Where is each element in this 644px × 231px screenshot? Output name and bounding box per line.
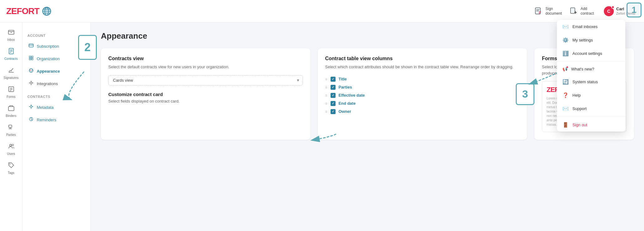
contracts-view-title: Contracts view [108,56,303,61]
organization-icon [29,55,34,62]
column-effective-date-label: Effective date [339,93,365,98]
system-status-icon: 🔄 [562,79,569,85]
column-item-parties: ≡ ✓ Parties [325,83,520,91]
secondary-sidebar: ACCOUNT Subscription Organization Appear… [22,22,91,231]
subscription-icon [29,43,34,49]
email-inboxes-icon: ✉️ [562,24,569,30]
sidebar-item-reminders[interactable]: Reminders [22,113,91,126]
my-settings-icon: ⚙️ [562,37,569,43]
svg-rect-9 [571,8,575,13]
sidebar-item-integrations[interactable]: Integrations [22,77,91,90]
dropdown-item-support[interactable]: ✉️ Support [557,102,625,115]
contracts-view-select[interactable]: Cards view List view Table view [108,75,303,85]
primary-sidebar: Inbox Contracts Signatures Forms Binders [0,22,22,231]
dropdown-item-system-status[interactable]: 🔄 System status [557,75,625,89]
svg-point-27 [12,144,13,146]
sidebar-item-signatures[interactable]: Signatures [2,64,21,82]
reminders-label: Reminders [37,118,56,122]
table-columns-card: Contract table view columns Select which… [318,48,527,140]
users-icon [8,143,15,151]
sidebar-item-inbox-label: Inbox [7,38,15,41]
contracts-view-desc: Select the default contracts view for ne… [108,64,303,70]
checkbox-parties[interactable]: ✓ [331,85,336,90]
dropdown-item-help[interactable]: ❓ Help [557,89,625,102]
column-end-date-label: End date [339,101,356,106]
sidebar-item-contracts[interactable]: Contracts [2,45,21,63]
checkbox-end-date[interactable]: ✓ [331,101,336,106]
table-columns-desc: Select which contract attributes should … [325,64,520,70]
dropdown-divider-2 [557,117,625,117]
sidebar-item-inbox[interactable]: Inbox [2,26,21,44]
column-parties-label: Parties [339,85,352,89]
help-icon: ❓ [562,92,569,98]
sidebar-item-metadata[interactable]: Metadata [22,101,91,113]
sidebar-item-signatures-label: Signatures [4,76,19,79]
page-title: Appearance [101,31,634,41]
drag-icon: ≡ [325,93,327,98]
svg-point-39 [30,82,32,84]
email-inboxes-label: Email inboxes [572,24,598,29]
sidebar-item-binders[interactable]: Binders [2,102,21,120]
logo-globe-icon [42,6,52,16]
help-label: Help [572,93,581,98]
checkbox-title[interactable]: ✓ [331,77,336,82]
contracts-icon [8,48,15,56]
sign-document-label: Sign document [545,7,562,16]
sign-out-icon: 🚪 [562,122,569,128]
avatar: C [604,6,614,16]
customize-contract-card-section: Customize contract card Select fields di… [108,92,303,103]
forms-icon [8,86,15,94]
svg-point-40 [30,106,32,108]
svg-rect-31 [29,56,31,58]
tags-icon [8,162,15,170]
sign-out-label: Sign out [572,123,587,127]
contracts-section-label: CONTRACTS [22,92,91,101]
drag-icon: ≡ [325,77,327,81]
dropdown-item-sign-out[interactable]: 🚪 Sign out [557,118,625,132]
main-layout: Inbox Contracts Signatures Forms Binders [0,22,644,231]
contracts-view-card: Contracts view Select the default contra… [101,48,310,140]
svg-rect-22 [8,107,14,111]
sidebar-item-tags[interactable]: Tags [2,159,21,177]
sign-document-button[interactable]: Sign document [534,7,562,16]
sidebar-item-forms[interactable]: Forms [2,83,21,101]
appearance-icon [29,68,34,74]
sign-document-icon [534,7,543,16]
whats-new-icon-wrapper: 📢 [562,67,567,71]
my-settings-label: My settings [572,38,593,42]
dropdown-item-email-inboxes[interactable]: ✉️ Email inboxes [557,20,625,33]
integrations-label: Integrations [37,81,58,86]
dropdown-item-my-settings[interactable]: ⚙️ My settings [557,33,625,47]
system-status-label: System status [572,79,598,84]
columns-checklist: ≡ ✓ Title ≡ ✓ Parties ≡ ✓ Effective da [325,75,520,116]
svg-point-26 [10,144,12,146]
svg-rect-29 [29,44,33,47]
signatures-icon [8,67,15,75]
dropdown-divider [557,61,625,62]
sidebar-item-parties[interactable]: Parties [2,121,21,139]
metadata-label: Metadata [37,105,54,110]
subscription-label: Subscription [37,44,59,49]
parties-icon [8,124,15,132]
dropdown-item-whats-new[interactable]: 📢 What's new? [557,63,625,75]
sidebar-item-tags-label: Tags [8,171,14,175]
header: ZEFORT Sign document [0,0,644,22]
dropdown-item-account-settings[interactable]: ℹ️ Account settings [557,47,625,60]
logo: ZEFORT [6,6,52,16]
tour-step-2-badge: 2 [78,35,97,60]
account-settings-label: Account settings [572,51,602,56]
drag-icon: ≡ [325,101,327,106]
column-title-label: Title [339,77,347,81]
contracts-view-select-wrapper: Cards view List view Table view ▾ [108,75,303,85]
integrations-icon [29,80,34,87]
table-columns-title: Contract table view columns [325,56,520,61]
add-contract-icon [569,7,578,16]
checkbox-owner[interactable]: ✓ [331,109,336,114]
sidebar-item-appearance[interactable]: Appearance [22,65,91,77]
add-contract-button[interactable]: Add contract [569,7,594,16]
checkbox-effective-date[interactable]: ✓ [331,93,336,98]
column-item-end-date: ≡ ✓ End date [325,99,520,108]
customize-title: Customize contract card [108,92,303,97]
drag-icon: ≡ [325,85,327,89]
sidebar-item-users[interactable]: Users [2,140,21,158]
